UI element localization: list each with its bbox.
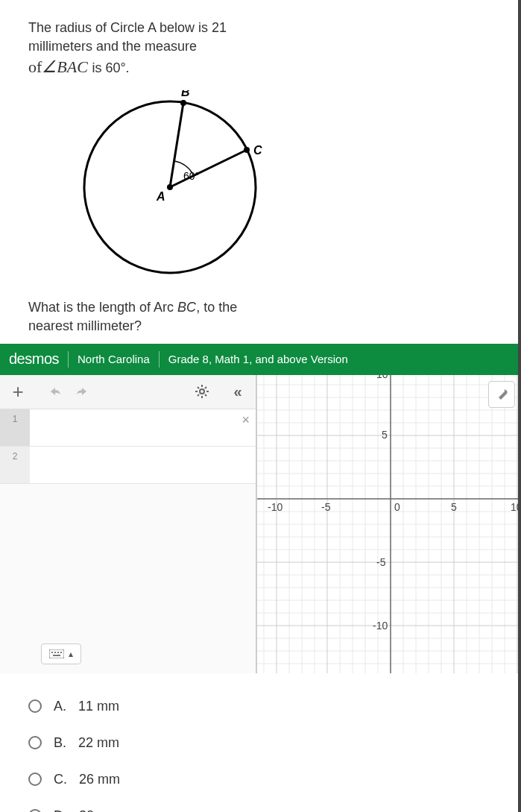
desmos-logo: desmos <box>9 350 59 368</box>
radio-icon <box>28 809 42 812</box>
svg-rect-17 <box>54 652 56 653</box>
svg-point-6 <box>200 389 204 394</box>
svg-text:5: 5 <box>382 429 388 441</box>
question-stem: The radius of Circle A below is 21 milli… <box>0 0 521 344</box>
svg-line-14 <box>205 387 206 388</box>
answer-choice-a[interactable]: A. 11 mm <box>28 688 493 725</box>
circle-diagram: B C A 60° <box>73 90 493 287</box>
svg-line-13 <box>198 394 199 396</box>
diagram-label-c: C <box>253 144 262 157</box>
answer-letter: D. <box>54 808 67 812</box>
svg-text:10: 10 <box>376 375 388 380</box>
answer-text: 30 mm <box>79 808 120 812</box>
undo-button[interactable] <box>42 374 69 409</box>
answer-letter: C. <box>54 772 67 787</box>
answer-choice-c[interactable]: C. 26 mm <box>28 761 493 798</box>
svg-text:-5: -5 <box>376 556 386 568</box>
svg-text:5: 5 <box>451 501 457 513</box>
svg-rect-18 <box>57 652 59 653</box>
followup2: , to the <box>196 300 237 315</box>
svg-rect-16 <box>51 652 53 653</box>
answer-choice-d[interactable]: D. 30 mm <box>28 798 493 812</box>
answer-choices: A. 11 mm B. 22 mm C. 26 mm D. 30 mm <box>0 673 521 812</box>
radio-icon <box>28 772 42 786</box>
desmos-version: Grade 8, Math 1, and above Version <box>168 353 348 365</box>
wrench-icon <box>495 388 508 401</box>
settings-button[interactable] <box>184 374 220 409</box>
row-number: 2 <box>0 447 30 483</box>
radio-icon <box>28 736 42 749</box>
svg-line-1 <box>170 103 183 187</box>
expression-panel: + « 1 × 2 <box>0 375 257 673</box>
svg-line-11 <box>198 387 199 388</box>
diagram-label-b: B <box>181 90 190 98</box>
svg-rect-19 <box>60 652 62 653</box>
svg-rect-15 <box>49 649 64 658</box>
diagram-label-a: A <box>156 190 165 203</box>
answer-text: 11 mm <box>78 699 119 714</box>
question-line1: The radius of Circle A below is 21 <box>28 20 227 35</box>
radio-icon <box>28 699 42 713</box>
chevron-up-icon: ▴ <box>69 649 73 659</box>
angle-prefix: of <box>28 57 42 76</box>
svg-text:-5: -5 <box>321 501 331 513</box>
svg-text:0: 0 <box>394 501 400 513</box>
diagram-angle-label: 60° <box>183 170 199 182</box>
expression-row[interactable]: 1 × <box>0 409 256 447</box>
followup3: nearest millimeter? <box>28 318 142 333</box>
question-line2: millimeters and the measure <box>28 39 197 54</box>
coordinate-grid: 10 5 -5 -10 -10 -5 0 5 10 <box>257 375 521 673</box>
calculator: + « 1 × 2 <box>0 375 521 673</box>
redo-button[interactable] <box>69 374 95 409</box>
clear-row-button[interactable]: × <box>241 412 250 428</box>
graph-panel[interactable]: 10 5 -5 -10 -10 -5 0 5 10 <box>257 375 521 673</box>
right-edge-bar <box>518 0 521 812</box>
desmos-header: desmos North Carolina Grade 8, Math 1, a… <box>0 344 521 375</box>
svg-point-4 <box>180 100 186 106</box>
svg-point-3 <box>167 184 173 190</box>
svg-text:-10: -10 <box>268 501 282 513</box>
expression-toolbar: + « <box>0 375 256 409</box>
svg-rect-20 <box>53 655 60 656</box>
graph-settings-button[interactable] <box>488 381 515 408</box>
followup1: What is the length of Arc <box>28 300 177 315</box>
collapse-panel-button[interactable]: « <box>220 374 256 409</box>
answer-choice-b[interactable]: B. 22 mm <box>28 725 493 761</box>
svg-text:-10: -10 <box>373 620 388 632</box>
add-expression-button[interactable]: + <box>0 374 36 409</box>
followup-bc: BC <box>177 300 196 315</box>
svg-point-5 <box>244 147 250 153</box>
answer-letter: B. <box>54 735 66 751</box>
keyboard-icon <box>49 649 64 658</box>
svg-line-2 <box>170 150 247 187</box>
angle-suffix: is 60°. <box>92 60 129 75</box>
row-number: 1 <box>0 409 30 446</box>
answer-text: 22 mm <box>78 735 119 751</box>
angle-symbol: ∠BAC <box>42 57 88 76</box>
desmos-region: North Carolina <box>78 353 150 365</box>
svg-line-12 <box>205 394 206 396</box>
expression-row[interactable]: 2 <box>0 447 256 484</box>
keyboard-toggle-button[interactable]: ▴ <box>41 643 81 664</box>
answer-text: 26 mm <box>79 772 120 787</box>
answer-letter: A. <box>54 699 66 714</box>
